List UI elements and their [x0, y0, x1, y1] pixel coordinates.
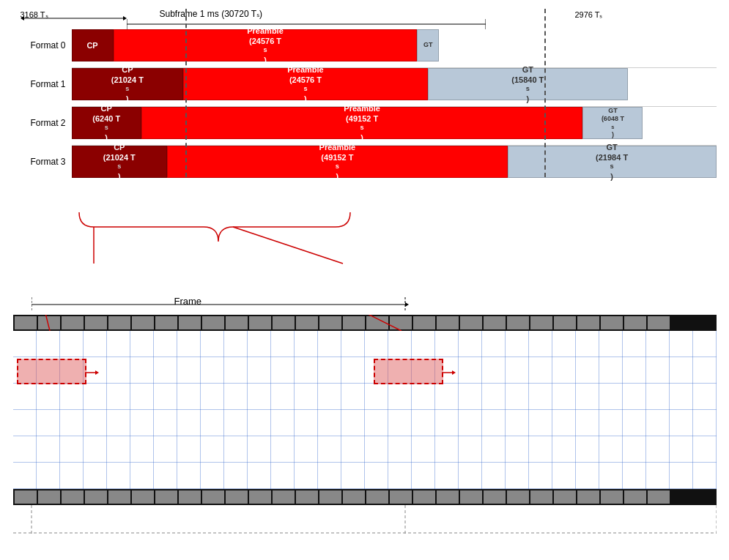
- grid-top-cell: [601, 316, 623, 329]
- svg-marker-12: [405, 302, 409, 307]
- block-empty-0: [439, 29, 717, 61]
- grid-top-cell: [273, 316, 295, 329]
- subframe-arrow: [127, 19, 486, 29]
- grid-top-cell: [648, 316, 670, 329]
- grid-top-cell: [15, 490, 37, 504]
- grid-top-cell: [155, 316, 177, 329]
- grid-top-cell: [296, 316, 318, 329]
- grid-top-cell: [108, 490, 130, 504]
- grid-top-cell: [132, 316, 154, 329]
- grid-top-cell: [155, 490, 177, 504]
- grid-top-cell: [437, 316, 459, 329]
- grid-top-cell: [343, 490, 365, 504]
- format-row-2: Format 2 CP(6240 Ts) Preamble(49152 Ts) …: [13, 107, 717, 139]
- grid-top-cell: [319, 316, 341, 329]
- block-empty-1: [628, 68, 717, 100]
- bottom-section: Frame // Will be generated by JS below: [13, 293, 717, 534]
- grid-top-cell: [507, 490, 529, 504]
- grid-cells: [13, 331, 717, 489]
- bottom-dashed-svg: [13, 505, 717, 534]
- block-cp-3: CP(21024 Ts): [72, 146, 168, 178]
- svg-marker-22: [452, 370, 456, 375]
- grid-top-cell: [484, 490, 506, 504]
- grid-top-cell: [577, 316, 599, 329]
- grid-top-cell: [38, 316, 60, 329]
- grid-top-cell: [132, 490, 154, 504]
- grid-top-cell: [319, 490, 341, 504]
- grid-top-cell: [366, 316, 388, 329]
- grid-top-cell: [366, 490, 388, 504]
- grid-bottom-bar: [13, 489, 717, 505]
- brace-connector: [72, 212, 365, 271]
- frame-arrow: [32, 294, 412, 313]
- grid-top-cell: [249, 316, 271, 329]
- grid-top-cell: [460, 316, 482, 329]
- block-cp-2: CP(6240 Ts): [72, 107, 141, 139]
- format-row-3: Format 3 CP(21024 Ts) Preamble(49152 Ts)…: [13, 146, 717, 178]
- grid-top-cell: [296, 490, 318, 504]
- grid-top-cell: [226, 490, 248, 504]
- block-gt-3: GT(21984 Ts): [508, 146, 717, 178]
- block-preamble-2: Preamble(49152 Ts): [141, 107, 582, 139]
- grid-top-cell: [413, 490, 435, 504]
- grid-top-cell: [624, 316, 646, 329]
- grid-top-bar: // Will be generated by JS below: [13, 315, 717, 331]
- grid-top-cell: [15, 316, 37, 329]
- frame-label-area: Frame: [13, 293, 717, 315]
- grid-top-cell: [437, 490, 459, 504]
- grid-top-cell: [484, 316, 506, 329]
- grid-container: // Will be generated by JS below: [13, 315, 717, 505]
- grid-top-cell: [648, 490, 670, 504]
- block-gt-2: GT(6048 Ts): [582, 107, 643, 139]
- ts-right-label: 2976 Tₛ: [574, 10, 602, 20]
- bottom-dashed-area: [13, 505, 717, 534]
- formats-area: Format 0 CP Preamble(24576 Ts) GT Format…: [13, 29, 717, 184]
- grid-top-cell: [530, 316, 552, 329]
- top-diagram: 3168 Tₛ Subframe 1 ms (30720 Tₛ) 2976 Tₛ…: [13, 7, 717, 285]
- block-cp-0: CP: [72, 29, 114, 61]
- grid-main: [13, 331, 717, 489]
- svg-marker-1: [21, 16, 24, 20]
- block-gt-1: GT(15840 Ts): [428, 68, 628, 100]
- grid-top-cell: [226, 316, 248, 329]
- svg-marker-20: [95, 370, 99, 375]
- grid-top-cell: [108, 316, 130, 329]
- format-row-0: Format 0 CP Preamble(24576 Ts) GT: [13, 29, 717, 61]
- format-blocks-1: CP(21024 Ts) Preamble(24576 Ts) GT(15840…: [72, 68, 717, 100]
- subframe-label: Subframe 1 ms (30720 Tₛ): [160, 9, 263, 19]
- cp-arrow-right: [442, 367, 456, 378]
- grid-top-cell: [62, 490, 84, 504]
- cp-arrow-left: [85, 367, 100, 378]
- grid-top-cell: [38, 490, 60, 504]
- grid-top-cell: [390, 490, 412, 504]
- grid-top-cell: [413, 316, 435, 329]
- grid-top-cell: [273, 490, 295, 504]
- grid-top-cell: [390, 316, 412, 329]
- grid-top-cell: [624, 490, 646, 504]
- frame-text: Frame: [174, 296, 202, 307]
- grid-top-cell: [202, 490, 224, 504]
- grid-top-cell: [179, 490, 201, 504]
- grid-top-cell: [601, 490, 623, 504]
- block-preamble-1: Preamble(24576 Ts): [183, 68, 428, 100]
- cp-highlight-left: [17, 359, 86, 384]
- main-container: 3168 Tₛ Subframe 1 ms (30720 Tₛ) 2976 Tₛ…: [0, 0, 729, 560]
- block-gt-0: GT: [417, 29, 439, 61]
- format-label-1: Format 1: [13, 79, 72, 89]
- grid-top-cell: [62, 316, 84, 329]
- grid-top-cell: [85, 316, 107, 329]
- svg-line-9: [233, 227, 343, 264]
- block-preamble-0: Preamble(24576 Ts): [114, 29, 418, 61]
- grid-top-cell: [577, 490, 599, 504]
- format-label-3: Format 3: [13, 157, 72, 167]
- grid-top-cell: [507, 316, 529, 329]
- grid-top-cell: [554, 316, 576, 329]
- ts-left-arrow: [21, 7, 130, 29]
- grid-top-cell: [202, 316, 224, 329]
- grid-top-cell: [530, 490, 552, 504]
- grid-top-cell: [249, 490, 271, 504]
- svg-rect-18: [13, 331, 717, 489]
- format-label-0: Format 0: [13, 40, 72, 51]
- grid-lines-svg: [13, 331, 717, 489]
- grid-top-cell: [460, 490, 482, 504]
